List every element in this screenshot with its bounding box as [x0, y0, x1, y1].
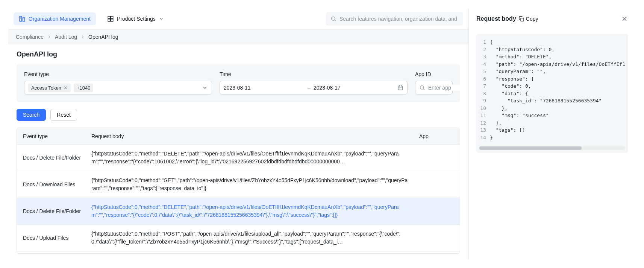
- breadcrumb: Compliance Audit Log OpenAPI log: [8, 29, 468, 44]
- time-label: Time: [220, 71, 408, 77]
- sidepanel-title: Request body: [476, 15, 516, 22]
- event-type-chip-more[interactable]: +1040: [74, 84, 94, 92]
- svg-rect-6: [111, 16, 113, 18]
- table-row[interactable]: Docs / Download Files{"httpStatusCode":0…: [17, 171, 460, 198]
- svg-point-15: [420, 86, 424, 89]
- chevron-down-icon: [159, 16, 164, 21]
- chip-label: +1040: [77, 85, 91, 91]
- cell-event-type: Docs / Download Files: [17, 181, 91, 187]
- chevron-right-icon: [47, 34, 52, 40]
- code-content[interactable]: { "httpStatusCode": 0, "method": "DELETE…: [490, 38, 628, 141]
- search-icon: [419, 85, 425, 91]
- horizontal-scrollbar[interactable]: [479, 146, 625, 150]
- filter-bar: Event type Access Token ✕ +1040: [17, 64, 460, 102]
- cell-event-type: Docs / Delete File/Folder: [17, 208, 91, 214]
- table-row[interactable]: Docs / Upload Files{"httpStatusCode":0,"…: [17, 225, 460, 251]
- org-mgmt-label: Organization Management: [29, 16, 91, 22]
- table-row[interactable]: Docs / Delete File/Folder{"httpStatusCod…: [17, 198, 460, 225]
- event-type-label: Event type: [24, 71, 212, 77]
- breadcrumb-current: OpenAPI log: [88, 34, 118, 40]
- svg-rect-7: [108, 19, 110, 21]
- product-settings-label: Product Settings: [117, 16, 156, 22]
- chip-label: Access Token: [31, 85, 61, 91]
- global-search[interactable]: [326, 12, 463, 26]
- breadcrumb-compliance[interactable]: Compliance: [16, 34, 44, 40]
- copy-icon[interactable]: [518, 16, 524, 22]
- appid-label: App ID: [415, 71, 453, 77]
- time-range-select[interactable]: 2023-08-11 – 2023-08-17: [220, 81, 408, 94]
- close-icon[interactable]: ✕: [64, 85, 68, 91]
- cell-request-body[interactable]: {"httpStatusCode":0,"method":"DELETE","p…: [91, 150, 415, 166]
- calendar-icon[interactable]: [397, 85, 403, 91]
- date-to[interactable]: 2023-08-17: [314, 85, 394, 91]
- line-numbers: 1234567891011121314: [476, 38, 490, 141]
- copy-label[interactable]: Copy: [526, 16, 538, 22]
- event-type-chip[interactable]: Access Token ✕: [28, 84, 71, 92]
- code-block: 1234567891011121314 { "httpStatusCode": …: [476, 34, 628, 153]
- svg-rect-11: [398, 86, 403, 90]
- table-header: Event type Request body App: [17, 128, 460, 145]
- date-separator: –: [308, 85, 311, 91]
- global-search-input[interactable]: [339, 16, 459, 22]
- topbar: Organization Management Product Settings: [8, 8, 468, 29]
- svg-rect-1: [23, 18, 25, 21]
- svg-line-16: [423, 89, 424, 90]
- search-button[interactable]: Search: [17, 109, 46, 121]
- table-row[interactable]: Docs / Delete File/Folder{"httpStatusCod…: [17, 145, 460, 171]
- cell-request-body[interactable]: {"httpStatusCode":0,"method":"GET","path…: [91, 177, 415, 192]
- th-app: App: [415, 133, 460, 139]
- search-icon: [330, 16, 336, 22]
- appid-input-wrap[interactable]: [415, 81, 453, 94]
- svg-rect-8: [111, 19, 113, 21]
- org-mgmt-tab[interactable]: Organization Management: [14, 12, 96, 25]
- results-table: Event type Request body App Docs / Delet…: [17, 128, 460, 254]
- request-body-panel: Request body Copy 1234567891011121314 { …: [468, 8, 636, 260]
- event-type-select[interactable]: Access Token ✕ +1040: [24, 81, 212, 94]
- svg-point-9: [332, 17, 335, 20]
- date-from[interactable]: 2023-08-11: [224, 85, 305, 91]
- org-icon: [19, 15, 26, 22]
- product-icon: [107, 15, 114, 22]
- th-request-body: Request body: [91, 133, 415, 139]
- close-icon[interactable]: [621, 15, 628, 23]
- reset-button[interactable]: Reset: [50, 109, 77, 121]
- cell-request-body[interactable]: {"httpStatusCode":0,"method":"DELETE","p…: [91, 203, 415, 219]
- chevron-down-icon: [202, 85, 208, 91]
- cell-event-type: Docs / Upload Files: [17, 235, 91, 241]
- cell-request-body[interactable]: {"httpStatusCode":0,"method":"POST","pat…: [91, 230, 415, 246]
- svg-line-10: [335, 20, 336, 21]
- cell-event-type: Docs / Delete File/Folder: [17, 155, 91, 161]
- th-event-type: Event type: [17, 133, 91, 139]
- product-settings-tab[interactable]: Product Settings: [104, 12, 167, 25]
- chevron-right-icon: [80, 34, 85, 40]
- svg-rect-17: [521, 18, 524, 21]
- breadcrumb-audit-log[interactable]: Audit Log: [55, 34, 77, 40]
- svg-rect-5: [108, 16, 110, 18]
- page-title: OpenAPI log: [17, 50, 460, 58]
